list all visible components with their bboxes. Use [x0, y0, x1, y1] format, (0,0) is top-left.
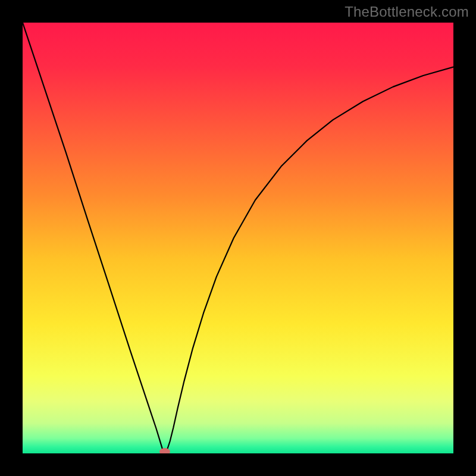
chart-background — [23, 23, 453, 453]
bottleneck-chart — [23, 23, 453, 453]
chart-frame: TheBottleneck.com — [0, 0, 476, 476]
plot-area — [23, 23, 453, 453]
watermark-text: TheBottleneck.com — [345, 4, 469, 20]
